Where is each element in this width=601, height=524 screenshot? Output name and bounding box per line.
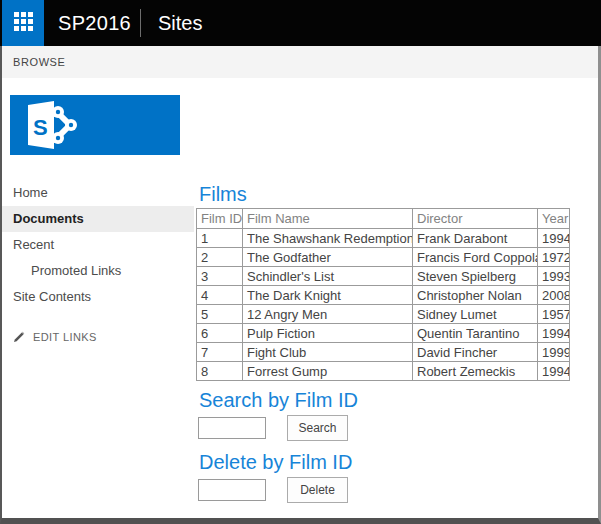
- table-cell: 1: [197, 229, 243, 248]
- left-nav: HomeDocumentsRecentPromoted LinksSite Co…: [2, 180, 194, 350]
- table-cell: 2008: [538, 286, 570, 305]
- left-nav-items: HomeDocumentsRecentPromoted LinksSite Co…: [2, 180, 194, 310]
- delete-film-id-input[interactable]: [198, 479, 266, 501]
- table-cell: Francis Ford Coppola: [413, 248, 538, 267]
- suite-sites-link[interactable]: Sites: [158, 0, 202, 46]
- search-film-id-input[interactable]: [198, 417, 266, 439]
- search-heading: Search by Film ID: [199, 389, 576, 412]
- table-cell: Sidney Lumet: [413, 305, 538, 324]
- table-cell: 1994: [538, 229, 570, 248]
- table-cell: 12 Angry Men: [243, 305, 413, 324]
- table-cell: 5: [197, 305, 243, 324]
- edit-links-button[interactable]: EDIT LINKS: [2, 324, 194, 350]
- table-cell: 1999: [538, 343, 570, 362]
- table-cell: David Fincher: [413, 343, 538, 362]
- table-row: 6Pulp FictionQuentin Tarantino1994: [197, 324, 570, 343]
- ribbon-bar: BROWSE: [2, 46, 598, 78]
- table-cell: Frank Darabont: [413, 229, 538, 248]
- app-launcher-icon: [14, 12, 33, 31]
- table-cell: Steven Spielberg: [413, 267, 538, 286]
- table-cell: The Shawshank Redemption: [243, 229, 413, 248]
- table-cell: 1994: [538, 362, 570, 381]
- pencil-icon: [13, 331, 25, 343]
- table-cell: Forrest Gump: [243, 362, 413, 381]
- table-cell: 4: [197, 286, 243, 305]
- table-cell: Robert Zemeckis: [413, 362, 538, 381]
- table-cell: Quentin Tarantino: [413, 324, 538, 343]
- table-cell: 2: [197, 248, 243, 267]
- films-table-body: 1The Shawshank RedemptionFrank Darabont1…: [197, 229, 570, 381]
- table-cell: 1972: [538, 248, 570, 267]
- sharepoint-page: SP2016 Sites BROWSE S HomeDocumen: [0, 0, 601, 524]
- sidebar-item-promoted-links[interactable]: Promoted Links: [2, 258, 194, 284]
- column-header: Film Name: [243, 209, 413, 229]
- app-launcher-button[interactable]: [2, 0, 44, 46]
- search-button[interactable]: Search: [287, 415, 348, 441]
- table-cell: The Godfather: [243, 248, 413, 267]
- sharepoint-logo-icon: S: [20, 99, 94, 151]
- table-cell: Christopher Nolan: [413, 286, 538, 305]
- suite-bar: SP2016 Sites: [0, 0, 601, 46]
- delete-button[interactable]: Delete: [287, 477, 348, 503]
- table-cell: 1957: [538, 305, 570, 324]
- table-row: 512 Angry MenSidney Lumet1957: [197, 305, 570, 324]
- table-row: 8Forrest GumpRobert Zemeckis1994: [197, 362, 570, 381]
- sidebar-item-site-contents[interactable]: Site Contents: [2, 284, 194, 310]
- edit-links-label: EDIT LINKS: [33, 324, 97, 350]
- table-cell: Fight Club: [243, 343, 413, 362]
- table-cell: 6: [197, 324, 243, 343]
- table-cell: Pulp Fiction: [243, 324, 413, 343]
- films-table: Film IDFilm NameDirectorYear 1The Shawsh…: [196, 208, 570, 381]
- table-cell: Schindler's List: [243, 267, 413, 286]
- delete-heading: Delete by Film ID: [199, 451, 576, 474]
- table-row: 4The Dark KnightChristopher Nolan2008: [197, 286, 570, 305]
- table-row: 3Schindler's ListSteven Spielberg1993: [197, 267, 570, 286]
- table-row: 1The Shawshank RedemptionFrank Darabont1…: [197, 229, 570, 248]
- table-cell: 1994: [538, 324, 570, 343]
- table-cell: 8: [197, 362, 243, 381]
- delete-controls: Delete: [196, 477, 576, 503]
- sidebar-item-recent[interactable]: Recent: [2, 232, 194, 258]
- table-row: 2The GodfatherFrancis Ford Coppola1972: [197, 248, 570, 267]
- table-row: 7Fight ClubDavid Fincher1999: [197, 343, 570, 362]
- table-cell: 7: [197, 343, 243, 362]
- sidebar-item-documents[interactable]: Documents: [2, 206, 194, 232]
- films-header-row: Film IDFilm NameDirectorYear: [197, 209, 570, 229]
- tab-browse[interactable]: BROWSE: [13, 46, 66, 78]
- column-header: Year: [538, 209, 570, 229]
- column-header: Director: [413, 209, 538, 229]
- table-cell: 1993: [538, 267, 570, 286]
- suite-divider: [140, 9, 141, 37]
- table-cell: 3: [197, 267, 243, 286]
- page-body: BROWSE S HomeDocumentsRecentPromoted Lin…: [0, 46, 601, 524]
- svg-text:S: S: [33, 115, 48, 140]
- site-logo[interactable]: S: [10, 95, 180, 155]
- column-header: Film ID: [197, 209, 243, 229]
- table-cell: The Dark Knight: [243, 286, 413, 305]
- suite-brand-link[interactable]: SP2016: [58, 0, 131, 46]
- sidebar-item-home[interactable]: Home: [2, 180, 194, 206]
- films-heading: Films: [199, 183, 576, 206]
- main-content: Films Film IDFilm NameDirectorYear 1The …: [196, 183, 576, 503]
- search-controls: Search: [196, 415, 576, 441]
